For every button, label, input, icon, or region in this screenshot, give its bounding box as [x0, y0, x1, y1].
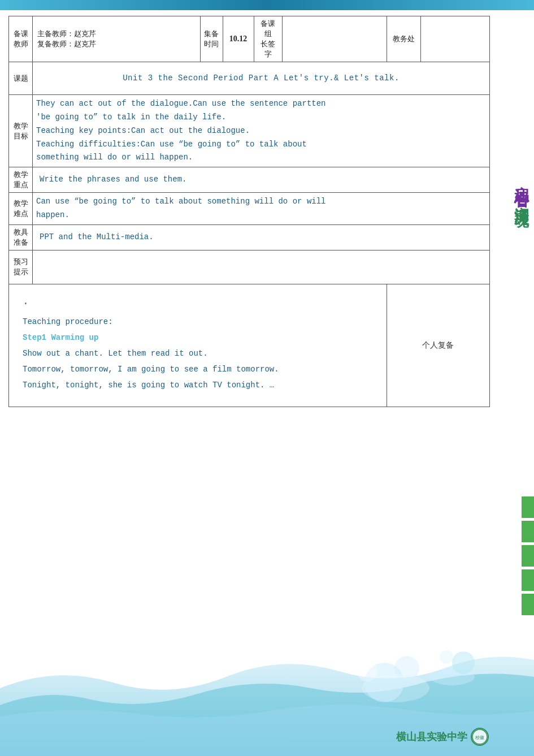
- green-bars-container: [522, 496, 534, 615]
- bottom-footer: 横山县实验中学 校徽: [396, 728, 489, 746]
- changqian-blank-cell: [282, 16, 387, 62]
- procedure-line2: Tomorrow, tomorrow, I am going to see a …: [23, 361, 373, 377]
- right-sidebar: 启迪心智 润泽灵魂: [496, 10, 534, 745]
- green-bar-1: [522, 496, 534, 518]
- step1-label: Step1 Warming up: [23, 330, 373, 345]
- nandian-content-cell: Can use “be going to” to talk about some…: [33, 193, 490, 225]
- yuxi-label-cell: 预习 提示: [9, 250, 33, 284]
- mubiao-content-cell: They can act out of the dialogue.Can use…: [33, 95, 490, 167]
- sidebar-text-area: 启迪心智 润泽灵魂: [511, 140, 534, 204]
- lesson-plan-table: 备课 教师 主备教师：赵克芹 复备教师：赵克芹 集备 时间 10.12: [8, 16, 490, 407]
- jiaoxue-mubiao-row: 教学 目标 They can act out of the dialogue.C…: [9, 95, 490, 167]
- logo-svg: 校徽: [472, 729, 488, 745]
- top-decorative-bar: [0, 0, 534, 10]
- jiaoxue-nandian-row: 教学 难点 Can use “be going to” to talk abou…: [9, 193, 490, 225]
- jiaoxue-zhongdian-row: 教学 重点 Write the phrases and use them.: [9, 167, 490, 193]
- svg-text:校徽: 校徽: [475, 735, 484, 740]
- nandian-label-cell: 教学 难点: [9, 193, 33, 225]
- keti-content-text: Unit 3 the Second Period Part A Let's tr…: [36, 64, 486, 92]
- qidi-xinzhi-text: 启迪心智: [511, 174, 531, 183]
- runze-linghun-text: 润泽灵魂: [511, 195, 531, 204]
- yuxi-row: 预习 提示: [9, 250, 490, 284]
- jiaoju-row: 教具 准备 PPT and the Multi-media.: [9, 224, 490, 250]
- teaching-procedure-label: Teaching procedure:: [23, 314, 373, 330]
- jiaowuchu-blank-cell: [420, 16, 489, 62]
- beike-zu-cell: 备课组 长签字: [254, 16, 282, 62]
- main-content-area: 备课 教师 主备教师：赵克芹 复备教师：赵克芹 集备 时间 10.12: [0, 10, 496, 745]
- teacher-names-cell: 主备教师：赵克芹 复备教师：赵克芹: [33, 16, 201, 62]
- jiaoju-content-cell: PPT and the Multi-media.: [33, 224, 490, 250]
- keti-content-cell: Unit 3 the Second Period Part A Let's tr…: [33, 62, 490, 95]
- jiaowuchu-cell: 教务处: [387, 16, 420, 62]
- yuxi-content-cell: [33, 250, 490, 284]
- procedure-main-cell: · Teaching procedure: Step1 Warming up S…: [9, 284, 387, 407]
- school-logo: 校徽: [471, 728, 489, 746]
- jiaoju-label-cell: 教具 准备: [9, 224, 33, 250]
- procedure-content: · Teaching procedure: Step1 Warming up S…: [16, 289, 380, 402]
- green-bar-2: [522, 521, 534, 542]
- zhongdian-label-cell: 教学 重点: [9, 167, 33, 193]
- beike-jiaoshi-label: 备课 教师: [9, 16, 33, 62]
- procedure-row: · Teaching procedure: Step1 Warming up S…: [9, 284, 490, 407]
- school-name-text: 横山县实验中学: [396, 730, 467, 744]
- jiji-label-cell: 集备 时间: [200, 16, 223, 62]
- green-bar-5: [522, 594, 534, 615]
- green-bar-3: [522, 545, 534, 567]
- procedure-line3: Tonight, tonight, she is going to watch …: [23, 377, 373, 393]
- dot-symbol: ·: [23, 293, 373, 314]
- date-cell: 10.12: [223, 16, 254, 62]
- procedure-line1: Show out a chant. Let them read it out.: [23, 345, 373, 361]
- zhongdian-content-cell: Write the phrases and use them.: [33, 167, 490, 193]
- keti-label-cell: 课题: [9, 62, 33, 95]
- green-bar-4: [522, 569, 534, 591]
- header-row: 备课 教师 主备教师：赵克芹 复备教师：赵克芹 集备 时间 10.12: [9, 16, 490, 62]
- mubiao-label-cell: 教学 目标: [9, 95, 33, 167]
- geren-fubei-cell: 个人复备: [387, 284, 489, 407]
- keti-row: 课题 Unit 3 the Second Period Part A Let's…: [9, 62, 490, 95]
